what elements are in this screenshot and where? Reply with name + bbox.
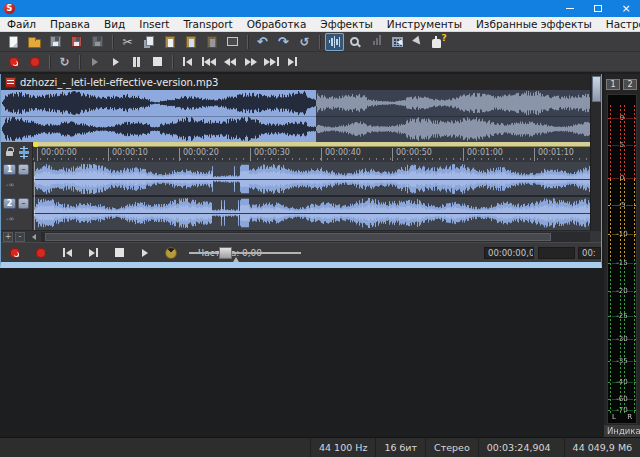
zoom-out-button[interactable]: - <box>15 232 25 242</box>
status-sample-rate: 44 100 Hz <box>310 438 375 457</box>
menu-item-9[interactable]: Избранные эффекты <box>469 17 599 32</box>
lock-icon[interactable] <box>6 151 13 156</box>
play-all-button[interactable] <box>85 53 104 71</box>
play-button[interactable] <box>106 53 125 71</box>
pause-button[interactable] <box>127 53 146 71</box>
open-file-icon <box>28 36 41 48</box>
repeat-button[interactable]: ↺ <box>295 33 314 51</box>
forward-icon <box>245 58 257 66</box>
minimize-button[interactable] <box>556 0 584 17</box>
document-titlebar[interactable]: dzhozzi_-_leti-leti-effective-version.mp… <box>1 74 590 90</box>
doc-stop-button[interactable] <box>111 244 127 262</box>
meter-scale-label: -15 <box>608 260 636 267</box>
open-file-button[interactable] <box>25 33 44 51</box>
paste-mix-button[interactable] <box>202 33 221 51</box>
menu-item-2[interactable]: Правка <box>43 17 97 32</box>
scrub-icon <box>165 247 177 259</box>
save-as-button[interactable] <box>67 33 86 51</box>
loop-playback-button[interactable]: ↻ <box>55 53 74 71</box>
menu-item-5[interactable]: Transport <box>176 17 239 32</box>
menu-item-8[interactable]: Инструменты <box>380 17 469 32</box>
next-marker-button[interactable] <box>262 53 281 71</box>
meter-scale-label: 0 <box>608 175 636 182</box>
frequency-slider[interactable] <box>189 252 301 254</box>
zoom-in-button[interactable]: + <box>3 232 13 242</box>
trim-button[interactable] <box>223 33 242 51</box>
meter-scale-label: -20 <box>608 288 636 295</box>
cut-button[interactable]: ✂ <box>118 33 137 51</box>
rewind-button[interactable] <box>220 53 239 71</box>
doc-scrub-button[interactable] <box>163 244 179 262</box>
channel-1-fader-button[interactable]: – <box>18 164 29 175</box>
redo-icon: ↷ <box>278 35 289 48</box>
waveform-tool-button[interactable] <box>325 33 344 51</box>
record-button[interactable] <box>25 53 44 71</box>
scroll-left-arrow-icon[interactable] <box>29 234 36 240</box>
redo-button[interactable]: ↷ <box>274 33 293 51</box>
snap-tool-icon[interactable] <box>18 146 30 159</box>
vertical-scrollbar-thumb[interactable] <box>592 76 601 102</box>
ruler-label: 00:00:10 <box>108 148 148 161</box>
stop-button[interactable] <box>148 53 167 71</box>
meter-scale-label: -70 <box>608 407 636 414</box>
meter-panel-tab[interactable]: Индикатор <box>604 425 640 437</box>
copy-button[interactable] <box>139 33 158 51</box>
meter-panel: 1 2 L R 950-5-10-15-20-25-30-35-40-60-70… <box>604 74 640 437</box>
scrollbar-thumb[interactable] <box>45 233 551 241</box>
mp3-file-icon <box>5 77 16 88</box>
save-all-button[interactable] <box>88 33 107 51</box>
paste-special-icon <box>186 36 196 48</box>
ruler-label: 00:01:00 <box>463 148 503 161</box>
status-bit-depth: 16 бит <box>375 438 425 457</box>
close-button[interactable]: × <box>612 0 640 17</box>
statistics-tool-icon <box>373 35 381 48</box>
toolbar-separator <box>79 55 80 69</box>
ruler-label: 00:00:00 <box>37 148 77 161</box>
save-button[interactable] <box>46 33 65 51</box>
doc-go-to-end-button[interactable] <box>85 244 101 262</box>
level-meter[interactable]: L R 950-5-10-15-20-25-30-35-40-60-70 <box>607 94 637 424</box>
meter-button-2[interactable]: 2 <box>623 79 637 90</box>
doc-go-to-start-button[interactable] <box>59 244 75 262</box>
undo-button[interactable]: ↶ <box>253 33 272 51</box>
doc-play-button[interactable] <box>137 244 153 262</box>
zoom-tool-icon <box>350 37 361 46</box>
menu-item-6[interactable]: Обработка <box>240 17 314 32</box>
vertical-scrollbar[interactable] <box>590 74 601 230</box>
channel-2-button[interactable]: 2 <box>3 198 16 209</box>
scrollbar-track[interactable] <box>41 232 590 242</box>
toolbar-separator <box>112 35 113 49</box>
zoom-tool-button[interactable] <box>346 33 365 51</box>
maximize-button[interactable] <box>584 0 612 17</box>
selection-tool-button[interactable] <box>388 33 407 51</box>
menu-item-10[interactable]: Настройки <box>599 17 640 32</box>
go-to-start-button[interactable] <box>178 53 197 71</box>
meter-button-1[interactable]: 1 <box>606 79 620 90</box>
statistics-tool-button[interactable] <box>367 33 386 51</box>
doc-record-special-button[interactable] <box>7 244 23 262</box>
time-end-display: 00: <box>578 247 601 259</box>
record-special-button[interactable] <box>4 53 23 71</box>
menu-item-4[interactable]: Insert <box>132 17 176 32</box>
play-all-icon <box>92 58 98 66</box>
pointer-tool-button[interactable] <box>409 33 428 51</box>
menu-item-7[interactable]: Эффекты <box>313 17 380 32</box>
menu-item-3[interactable]: Вид <box>97 17 132 32</box>
menu-item-1[interactable]: Файл <box>0 17 43 32</box>
trim-icon <box>227 37 238 46</box>
frequency-slider-thumb[interactable] <box>219 247 232 259</box>
go-to-end-button[interactable] <box>283 53 302 71</box>
previous-marker-button[interactable] <box>199 53 218 71</box>
forward-button[interactable] <box>241 53 260 71</box>
paste-button[interactable] <box>160 33 179 51</box>
channel-2-fader-button[interactable]: – <box>18 198 29 209</box>
timeline-ruler[interactable]: 00:00:0000:00:1000:00:2000:00:3000:00:40… <box>33 147 590 162</box>
overview-waveform[interactable] <box>1 90 590 142</box>
channel-1-button[interactable]: 1 <box>3 164 16 175</box>
main-waveform[interactable] <box>33 162 590 230</box>
new-file-button[interactable] <box>4 33 23 51</box>
paste-special-button[interactable] <box>181 33 200 51</box>
context-help-button[interactable]: ? <box>430 33 449 51</box>
pointer-tool-icon <box>415 34 423 49</box>
doc-record-button[interactable] <box>33 244 49 262</box>
